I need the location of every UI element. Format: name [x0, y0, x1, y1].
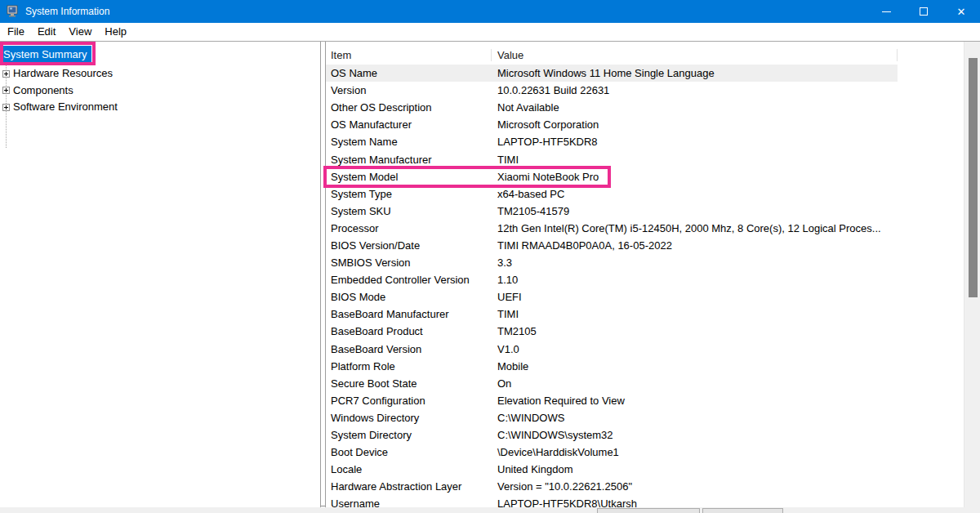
minimize-button[interactable]	[867, 0, 905, 23]
tree-item-software-environment[interactable]: Software Environment	[0, 99, 118, 115]
tree-item-hardware-resources[interactable]: Hardware Resources	[0, 65, 113, 82]
maximize-button[interactable]	[905, 0, 942, 23]
row-value: TIMI	[492, 154, 898, 166]
row-item: SMBIOS Version	[326, 256, 492, 269]
row-item: Platform Role	[326, 360, 492, 372]
row-value: Microsoft Corporation	[492, 118, 898, 131]
row-value: 10.0.22631 Build 22631	[492, 84, 898, 96]
row-value: 12th Gen Intel(R) Core(TM) i5-12450H, 20…	[492, 222, 898, 234]
table-row[interactable]: Hardware Abstraction LayerVersion = "10.…	[326, 478, 898, 495]
row-value: TIMI RMAAD4B0P0A0A, 16-05-2022	[492, 239, 898, 252]
category-tree-pane: System Summary Hardware Resources Compon…	[0, 42, 321, 507]
table-row[interactable]: Platform RoleMobile	[326, 358, 898, 375]
menu-file[interactable]: File	[1, 23, 31, 41]
row-value: 3.3	[492, 256, 898, 269]
table-row[interactable]: BIOS ModeUEFI	[326, 288, 898, 306]
column-header-item[interactable]: Item	[326, 49, 492, 61]
row-value: TM2105-41579	[492, 205, 898, 217]
row-value: Version = "10.0.22621.2506"	[492, 480, 898, 493]
tree-item-label: Software Environment	[13, 99, 118, 115]
expand-plus-icon[interactable]	[2, 70, 10, 78]
row-item: BaseBoard Manufacturer	[326, 308, 492, 320]
row-item: Boot Device	[326, 446, 492, 458]
table-row[interactable]: Other OS DescriptionNot Available	[326, 99, 898, 116]
row-item: Hardware Abstraction Layer	[326, 480, 492, 493]
table-row[interactable]: Windows DirectoryC:\WINDOWS	[326, 409, 898, 426]
row-item: Secure Boot State	[326, 377, 492, 390]
close-button[interactable]: ✕	[942, 0, 980, 23]
details-list-pane: Item Value OS NameMicrosoft Windows 11 H…	[325, 42, 964, 507]
row-item: Locale	[326, 463, 492, 475]
row-value: Elevation Required to View	[492, 395, 898, 407]
row-item: PCR7 Configuration	[326, 395, 492, 407]
menu-help[interactable]: Help	[98, 23, 133, 41]
table-row[interactable]: SMBIOS Version3.3	[326, 254, 898, 271]
menu-edit[interactable]: Edit	[31, 23, 62, 41]
column-header-value[interactable]: Value	[492, 49, 898, 61]
row-value: LAPTOP-HTF5KDR8\Utkarsh	[492, 497, 898, 507]
scrollbar-thumb[interactable]	[969, 58, 978, 297]
window-title: System Information	[25, 6, 109, 17]
minimize-icon	[882, 11, 891, 12]
table-row[interactable]: OS NameMicrosoft Windows 11 Home Single …	[326, 65, 898, 82]
row-item: Embedded Controller Version	[326, 274, 492, 286]
row-item: OS Manufacturer	[326, 118, 492, 131]
menu-view[interactable]: View	[62, 23, 98, 41]
row-value: TM2105	[492, 325, 898, 337]
table-row[interactable]: Embedded Controller Version1.10	[326, 271, 898, 288]
table-row[interactable]: Boot Device\Device\HarddiskVolume1	[326, 444, 898, 461]
table-row[interactable]: System Typex64-based PC	[326, 185, 898, 203]
table-row[interactable]: BaseBoard VersionV1.0	[326, 341, 898, 358]
menu-bar: File Edit View Help	[0, 23, 980, 41]
row-value: Not Available	[492, 101, 898, 114]
row-value: On	[492, 377, 898, 390]
row-value: LAPTOP-HTF5KDR8	[492, 136, 898, 148]
table-row[interactable]: UsernameLAPTOP-HTF5KDR8\Utkarsh	[326, 495, 898, 507]
table-row[interactable]: LocaleUnited Kingdom	[326, 461, 898, 478]
row-value: C:\WINDOWS\system32	[492, 429, 898, 441]
list-header: Item Value	[326, 42, 964, 65]
table-row[interactable]: OS ManufacturerMicrosoft Corporation	[326, 116, 898, 133]
tree-item-label: Components	[13, 83, 74, 99]
close-find-button-partial[interactable]	[702, 508, 783, 513]
row-item: BIOS Mode	[326, 291, 492, 303]
table-row[interactable]: System ModelXiaomi NoteBook Pro	[326, 168, 898, 185]
table-row[interactable]: System DirectoryC:\WINDOWS\system32	[326, 426, 898, 444]
vertical-scrollbar[interactable]	[964, 42, 980, 507]
row-item: BIOS Version/Date	[326, 239, 492, 252]
table-row[interactable]: PCR7 ConfigurationElevation Required to …	[326, 392, 898, 409]
table-row[interactable]: Version10.0.22631 Build 22631	[326, 82, 898, 99]
table-row[interactable]: BaseBoard ManufacturerTIMI	[326, 306, 898, 323]
close-icon: ✕	[957, 7, 966, 17]
table-row[interactable]: BIOS Version/DateTIMI RMAAD4B0P0A0A, 16-…	[326, 237, 898, 254]
row-item: System Type	[326, 188, 492, 200]
row-value: V1.0	[492, 343, 898, 355]
row-value: Microsoft Windows 11 Home Single Languag…	[492, 67, 898, 79]
table-body: OS NameMicrosoft Windows 11 Home Single …	[326, 65, 964, 507]
row-value: C:\WINDOWS	[492, 412, 898, 424]
table-row[interactable]: System NameLAPTOP-HTF5KDR8	[326, 133, 898, 150]
row-item: System Name	[326, 136, 492, 148]
window-controls: ✕	[867, 0, 980, 23]
row-item: BaseBoard Product	[326, 325, 492, 337]
table-row[interactable]: System ManufacturerTIMI	[326, 150, 898, 167]
tree-item-components[interactable]: Components	[0, 83, 74, 99]
row-value: TIMI	[492, 308, 898, 320]
row-item: System SKU	[326, 205, 492, 217]
expand-plus-icon[interactable]	[2, 104, 10, 111]
row-value: United Kingdom	[492, 463, 898, 475]
row-item: Username	[326, 497, 492, 507]
table-row[interactable]: Processor12th Gen Intel(R) Core(TM) i5-1…	[326, 220, 898, 237]
table-row[interactable]: System SKUTM2105-41579	[326, 203, 898, 220]
row-item: System Model	[326, 171, 492, 183]
find-button-partial[interactable]	[597, 508, 700, 513]
row-item: Windows Directory	[326, 412, 492, 424]
find-panel-strip	[0, 507, 980, 513]
row-item: Version	[326, 84, 492, 96]
table-row[interactable]: BaseBoard ProductTM2105	[326, 323, 898, 340]
expand-plus-icon[interactable]	[2, 87, 10, 94]
tree-item-label: Hardware Resources	[13, 65, 113, 82]
tree-item-system-summary[interactable]: System Summary	[2, 46, 91, 63]
table-row[interactable]: Secure Boot StateOn	[326, 375, 898, 392]
row-value: UEFI	[492, 291, 898, 303]
